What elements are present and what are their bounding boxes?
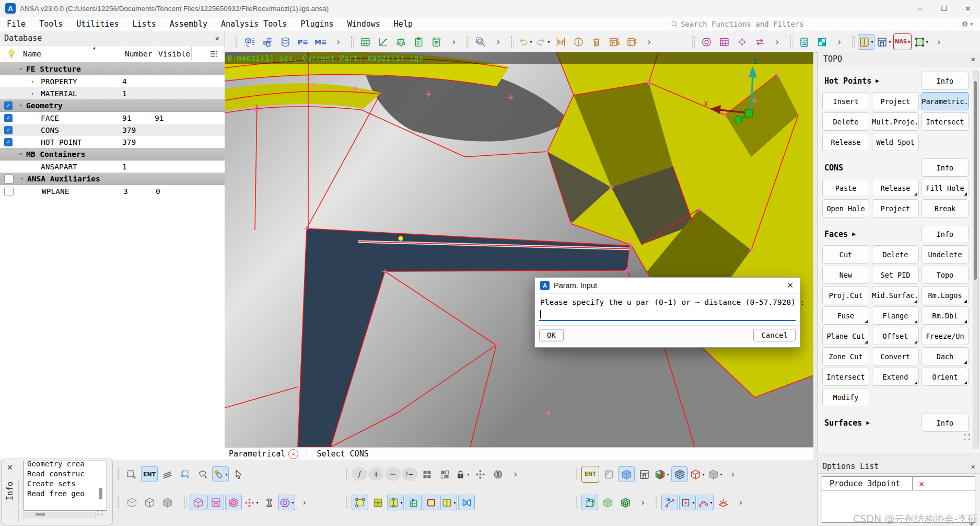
undelete-button[interactable]: Undelete (921, 245, 969, 264)
measure-icon[interactable] (552, 34, 569, 50)
draw-style-button[interactable]: ▾ (858, 34, 874, 50)
log-vertical-scrollbar[interactable] (99, 488, 102, 499)
grid-view-button[interactable]: ▾ (876, 34, 892, 50)
database-entities-icon[interactable] (277, 34, 294, 50)
expand-log-icon[interactable] (97, 509, 103, 516)
more-display-icon[interactable]: › (725, 466, 741, 482)
dialog-title-bar[interactable]: A Param. Input ✕ (535, 278, 800, 294)
toolbar-drag-handle[interactable] (575, 496, 578, 509)
feature-circle-button[interactable]: ▾ (278, 495, 295, 510)
entity-select-button[interactable]: ENT (141, 466, 158, 482)
toolbar-drag-handle[interactable] (350, 35, 354, 49)
expander-icon[interactable]: › (17, 100, 25, 111)
spotlight-icon[interactable]: ▾ (212, 466, 229, 482)
dialog-close-icon[interactable]: ✕ (787, 281, 794, 290)
check-table-icon[interactable] (623, 34, 640, 50)
tree-item-wplane[interactable]: › WPLANE30 (0, 185, 225, 197)
topo-scrollbar[interactable] (973, 71, 979, 449)
toolbar-drag-handle[interactable] (183, 496, 186, 509)
parametric-button[interactable]: Parametric. (921, 92, 969, 110)
minimize-button[interactable]: ─ (908, 0, 932, 17)
tree-group-mb-containers[interactable]: › MB Containers (0, 148, 225, 161)
cons-release-button[interactable]: Release (872, 179, 919, 197)
close-button[interactable]: ✕ (956, 0, 980, 17)
quality-cube-icon[interactable]: ▾ (654, 466, 670, 482)
options-row-produce-3dpoint[interactable]: Produce 3dpoint ✕ (822, 477, 975, 490)
ent-display-button[interactable]: ENT (581, 466, 599, 483)
faces-intersect-button[interactable]: Intersect (822, 368, 869, 386)
release-button[interactable]: Release (822, 133, 869, 151)
results-clipboard-icon[interactable] (796, 34, 812, 50)
dashed-cube-icon[interactable] (123, 495, 140, 510)
lock-view-icon[interactable]: ▾ (454, 466, 471, 482)
checkbox-unchecked[interactable] (4, 187, 14, 196)
extend-button[interactable]: Extend (872, 368, 919, 386)
orient-button[interactable]: Orient (921, 368, 969, 386)
redo-icon-dropdown[interactable]: ▾ (547, 40, 550, 44)
expander-icon[interactable]: › (27, 89, 38, 97)
menu-file[interactable]: File (0, 19, 32, 29)
window-all-icon[interactable] (418, 466, 435, 482)
quality-cube-icon-dropdown[interactable]: ▾ (667, 472, 669, 477)
section-arrow-icon[interactable]: ▶ (876, 77, 879, 84)
log-horizontal-scrollbar[interactable] (24, 512, 96, 518)
cancel-button[interactable]: Cancel (753, 329, 796, 341)
fuse-button[interactable]: Fuse (822, 306, 869, 325)
slash-filter-icon[interactable]: ∕ (352, 467, 367, 481)
scrollbar-thumb[interactable] (974, 81, 977, 280)
open-hole-button[interactable]: Open Hole (822, 199, 869, 218)
menu-windows[interactable]: Windows (341, 19, 387, 29)
delete-icon[interactable] (588, 34, 604, 50)
paste-button[interactable]: Paste (822, 179, 869, 197)
invert-filter-icon[interactable]: !− (402, 467, 417, 481)
entity-info-icon[interactable] (570, 34, 587, 50)
volume-toggle-button[interactable] (581, 495, 598, 510)
more-deck-icon[interactable]: › (930, 34, 947, 50)
model-table-icon[interactable] (357, 34, 374, 50)
menu-utilities[interactable]: Utilities (69, 19, 125, 29)
hot-points-icon[interactable]: ▾ (243, 495, 260, 510)
tree-item-ansapart[interactable]: › ANSAPART1 (0, 161, 225, 173)
column-name[interactable]: Name (23, 50, 41, 58)
expander-icon[interactable]: › (27, 77, 38, 85)
dach-button[interactable]: Dach (921, 347, 969, 365)
remove-filter-icon[interactable]: − (385, 467, 401, 481)
menu-tools[interactable]: Tools (32, 19, 69, 29)
database-close-icon[interactable]: ✕ (215, 34, 219, 42)
face-midline-button[interactable]: ▾ (387, 495, 404, 510)
work-plane-icon[interactable] (715, 495, 731, 510)
toolbar-drag-handle[interactable] (851, 35, 855, 49)
undo-icon-dropdown[interactable]: ▾ (530, 40, 532, 44)
list-settings-icon[interactable] (209, 49, 218, 59)
compare-icon[interactable] (392, 34, 409, 50)
tree-group-geometry[interactable]: ✓› Geometry (0, 99, 225, 112)
maximize-button[interactable]: ☐ (932, 0, 956, 17)
zoom-area-icon[interactable] (472, 34, 489, 50)
tree-item-cons[interactable]: ✓› CONS379 (0, 124, 225, 136)
tree-item-hot-point[interactable]: ✓› HOT POINT379 (0, 136, 225, 148)
menu-help[interactable]: Help (387, 19, 419, 29)
toolbar-drag-handle[interactable] (345, 496, 348, 509)
tree-item-face[interactable]: ✓› FACE9191 (0, 112, 225, 124)
curve-toggle-button[interactable] (661, 495, 678, 510)
rm-dbl-button[interactable]: Rm.Dbl (921, 306, 969, 325)
face-split-button-dropdown[interactable]: ▾ (453, 500, 456, 505)
info-close-icon[interactable]: ✕ (7, 463, 13, 472)
more-edit-icon[interactable]: › (641, 34, 658, 50)
toolbar-drag-handle[interactable] (116, 496, 120, 509)
toolbar-drag-handle[interactable] (510, 35, 514, 49)
checkbox-checked[interactable]: ✓ (4, 114, 13, 122)
wire-grid-cube-button[interactable] (671, 466, 688, 482)
display-settings-cube-icon-dropdown[interactable]: ▾ (720, 472, 722, 477)
chevron-down-icon[interactable]: ▾ (970, 21, 973, 27)
modify-button[interactable]: Modify (822, 388, 869, 406)
cluster-icon[interactable] (472, 466, 488, 482)
more-select-icon[interactable]: › (507, 466, 524, 482)
fill-hole-button[interactable]: Fill Hole (921, 179, 969, 197)
cons-project-button[interactable]: Project (872, 199, 919, 218)
remove-option-icon[interactable]: ✕ (919, 478, 924, 489)
gear-icon[interactable]: ⚙ (962, 20, 969, 28)
freeze-un-button[interactable]: Freeze/Un (921, 327, 969, 345)
expander-icon[interactable]: › (17, 149, 25, 159)
hot-points-info-button[interactable]: Info (921, 72, 969, 90)
